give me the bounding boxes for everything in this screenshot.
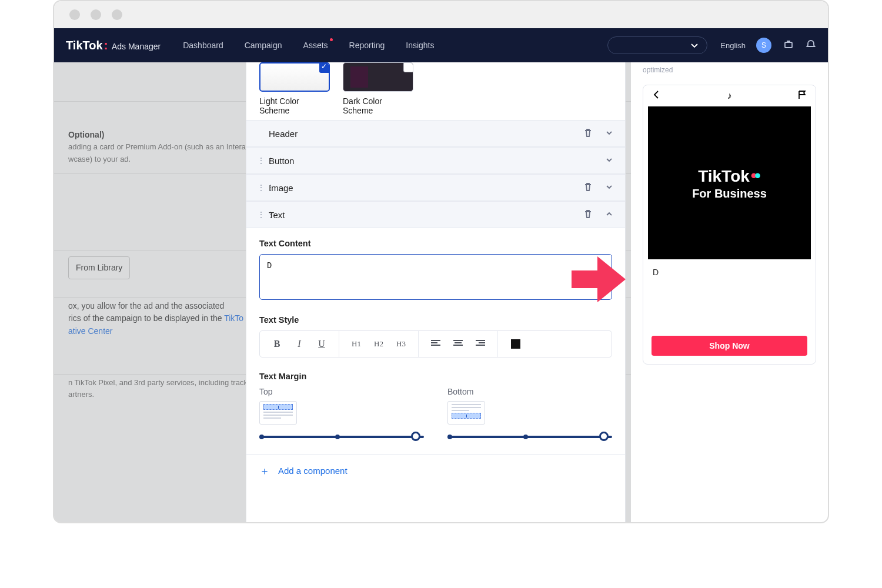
tiktok-logo-icon: ♪ — [727, 91, 732, 101]
drag-handle-icon[interactable]: ⋮⋮ — [257, 183, 265, 192]
chevron-down-icon[interactable] — [604, 182, 614, 194]
browser-titlebar — [54, 1, 828, 28]
text-content-label: Text Content — [259, 239, 612, 248]
chevron-down-icon[interactable] — [604, 128, 614, 140]
align-right-button[interactable] — [469, 339, 492, 349]
italic-button[interactable]: I — [288, 339, 310, 349]
trash-icon[interactable] — [583, 128, 593, 140]
chevron-up-icon[interactable] — [604, 209, 614, 221]
traffic-light-close[interactable] — [69, 9, 80, 20]
language-toggle[interactable]: English — [720, 41, 746, 50]
svg-rect-0 — [785, 42, 792, 48]
brand-subtitle: Ads Manager — [112, 42, 161, 51]
chevron-down-icon[interactable] — [604, 155, 614, 167]
brand-dot-icon: : — [104, 38, 108, 53]
scheme-light-label: Light Color Scheme — [259, 96, 330, 115]
align-center-button[interactable] — [447, 339, 469, 349]
primary-nav: Dashboard Campaign Assets Reporting Insi… — [183, 41, 434, 50]
scheme-option-light[interactable]: Light Color Scheme — [259, 62, 330, 115]
preview-cta-button[interactable]: Shop Now — [652, 336, 807, 356]
trash-icon[interactable] — [583, 182, 593, 194]
briefcase-icon[interactable] — [783, 39, 794, 52]
plus-icon: ＋ — [259, 464, 270, 478]
margin-bottom-preview — [447, 401, 485, 425]
row-image[interactable]: ⋮⋮ Image — [246, 174, 625, 201]
text-content-input[interactable] — [259, 254, 612, 300]
phone-preview: ♪ TikTok•• For Business D Shop Now — [643, 85, 816, 365]
underline-button[interactable]: U — [310, 339, 333, 349]
align-left-button[interactable] — [425, 339, 447, 349]
check-icon — [319, 62, 330, 73]
nav-reporting[interactable]: Reporting — [349, 41, 385, 50]
h2-button[interactable]: H2 — [368, 339, 390, 349]
nav-campaign[interactable]: Campaign — [245, 41, 282, 50]
drag-handle-icon[interactable]: ⋮⋮ — [257, 156, 265, 165]
nav-assets[interactable]: Assets — [303, 41, 328, 50]
row-button[interactable]: ⋮⋮ Button — [246, 147, 625, 174]
row-image-label: Image — [269, 183, 293, 193]
brand-logo: TikTok: Ads Manager — [66, 38, 161, 53]
callout-arrow-icon — [572, 256, 628, 302]
account-selector[interactable] — [607, 36, 707, 54]
row-header-label: Header — [269, 129, 298, 139]
preview-body-text: D — [643, 259, 816, 277]
text-color-swatch[interactable] — [511, 339, 520, 349]
component-editor-panel: Light Color Scheme Dark Color Scheme Hea… — [246, 62, 626, 522]
avatar[interactable]: S — [756, 38, 771, 53]
traffic-light-min[interactable] — [91, 9, 101, 20]
margin-top-label: Top — [259, 387, 424, 396]
chevron-down-icon — [689, 40, 700, 51]
back-chevron-icon[interactable] — [652, 89, 662, 102]
browser-frame: TikTok: Ads Manager Dashboard Campaign A… — [53, 0, 829, 523]
margin-bottom-slider[interactable] — [447, 433, 612, 440]
nav-insights[interactable]: Insights — [406, 41, 434, 50]
add-component-button[interactable]: ＋ Add a component — [246, 454, 625, 487]
row-button-label: Button — [269, 156, 294, 166]
flag-icon[interactable] — [797, 89, 807, 102]
drag-handle-icon[interactable]: ⋮⋮ — [257, 210, 265, 219]
row-text-label: Text — [269, 210, 285, 220]
row-text[interactable]: ⋮⋮ Text — [246, 201, 625, 228]
bold-button[interactable]: B — [266, 339, 288, 349]
text-margin-label: Text Margin — [259, 372, 612, 381]
h3-button[interactable]: H3 — [390, 339, 412, 349]
text-style-label: Text Style — [259, 315, 612, 325]
preview-subtitle: For Business — [692, 187, 767, 201]
brand-name: TikTok — [66, 39, 103, 52]
trash-icon[interactable] — [583, 209, 593, 221]
traffic-light-max[interactable] — [112, 9, 122, 20]
row-header[interactable]: Header — [246, 120, 625, 147]
ad-creative-preview: TikTok•• For Business — [648, 106, 811, 259]
preview-panel: optimized ♪ TikTok•• For Business D Shop… — [631, 62, 828, 522]
top-nav: TikTok: Ads Manager Dashboard Campaign A… — [54, 28, 828, 62]
checkbox-empty-icon — [403, 62, 413, 72]
scheme-dark-label: Dark Color Scheme — [343, 96, 413, 115]
bell-icon[interactable] — [806, 39, 816, 52]
margin-bottom-label: Bottom — [447, 387, 612, 396]
nav-dashboard[interactable]: Dashboard — [183, 41, 223, 50]
add-component-label: Add a component — [278, 466, 348, 476]
preview-status-text: optimized — [643, 66, 816, 74]
h1-button[interactable]: H1 — [345, 339, 368, 349]
text-style-toolbar: B I U H1 H2 H3 — [259, 330, 612, 358]
margin-top-preview — [259, 401, 297, 425]
margin-top-slider[interactable] — [259, 433, 424, 440]
scheme-option-dark[interactable]: Dark Color Scheme — [343, 62, 413, 115]
